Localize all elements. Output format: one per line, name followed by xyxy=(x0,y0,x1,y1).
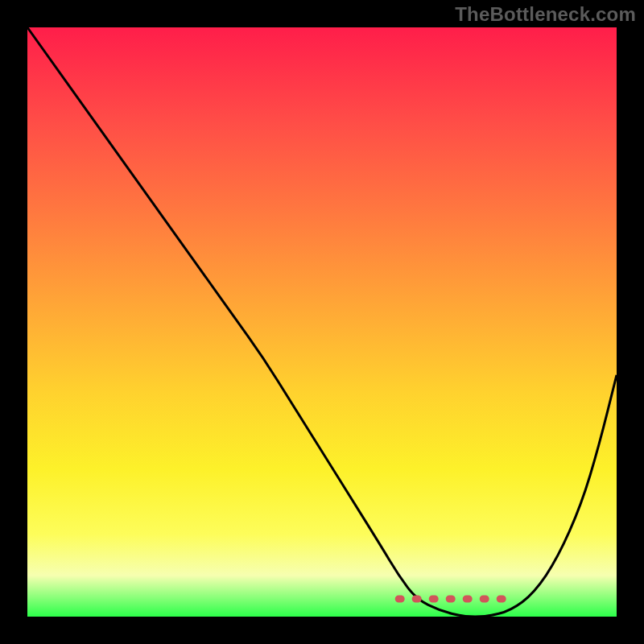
bottleneck-curve xyxy=(27,27,617,617)
bottleneck-curve-svg xyxy=(27,27,617,617)
attribution-text: TheBottleneck.com xyxy=(455,3,636,26)
page-root: TheBottleneck.com xyxy=(0,0,644,644)
chart-plot-area xyxy=(27,27,617,617)
